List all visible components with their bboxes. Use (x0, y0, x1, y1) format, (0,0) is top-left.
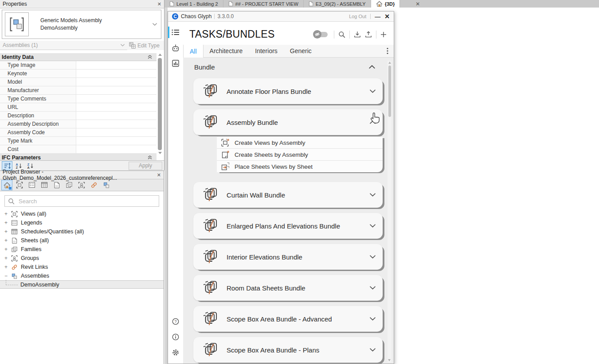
property-value[interactable] (76, 128, 157, 136)
tree-expander[interactable]: + (4, 255, 8, 261)
minimize-button[interactable]: — (375, 13, 380, 20)
property-value[interactable] (76, 145, 157, 153)
nav-reports-button[interactable] (168, 56, 183, 70)
glyph-titlebar[interactable]: C Chaos Glyph 3.3.0.0 Log Out — ✕ (168, 12, 394, 22)
browser-home-button[interactable] (1, 180, 12, 190)
tree-expander[interactable]: + (4, 264, 8, 270)
properties-scrollbar[interactable] (157, 54, 162, 160)
bundle-card-annotate-floor-plans[interactable]: Annotate Floor Plans Bundle (193, 78, 383, 104)
tree-item-sheets[interactable]: +Sheets (all) (0, 236, 164, 245)
nav-tasks-button[interactable] (168, 25, 183, 39)
property-value[interactable] (76, 120, 157, 128)
browser-legends-button[interactable] (26, 180, 37, 190)
bundle-card-enlarged-plans[interactable]: Enlarged Plans And Elevations Bundle (193, 213, 383, 239)
scroll-up-icon[interactable] (388, 62, 391, 64)
bundle-card-interior-elevations[interactable]: Interior Elevations Bundle (193, 244, 383, 270)
scroll-down-icon[interactable] (388, 359, 391, 361)
tab-generic[interactable]: Generic (284, 45, 318, 57)
tree-expander[interactable]: + (4, 237, 8, 244)
browser-families-button[interactable] (63, 180, 74, 190)
tree-item-revit-links[interactable]: +Revit Links (0, 263, 164, 271)
bundle-card-curtain-wall[interactable]: Curtain Wall Bundle (193, 182, 383, 208)
settings-button[interactable] (168, 345, 183, 360)
bundle-scrollbar[interactable] (388, 61, 392, 362)
tree-item-families[interactable]: +Families (0, 245, 164, 254)
close-icon[interactable]: ✕ (157, 173, 161, 178)
browser-groups-button[interactable] (76, 180, 87, 190)
view-tab-level1[interactable]: Level 1 - Building 2 (164, 0, 223, 8)
close-icon[interactable]: ✕ (157, 2, 161, 7)
view-tab-project-start[interactable]: ## - PROJECT START VIEW (223, 0, 304, 8)
info-button[interactable] (168, 330, 183, 344)
task-place-sheets-views-by-sheet[interactable]: Place Sheets Views by Sheet (217, 161, 383, 172)
tab-architecture[interactable]: Architecture (204, 45, 249, 57)
add-icon[interactable] (380, 31, 387, 38)
task-create-views-by-assembly[interactable]: Create Views by Assembly (217, 136, 383, 149)
browser-views-button[interactable] (14, 180, 25, 190)
identity-data-header[interactable]: Identity Data (0, 53, 157, 61)
collapse-section-icon[interactable] (148, 155, 152, 159)
view-tab-close-button[interactable]: ✕ (411, 0, 424, 8)
property-value[interactable] (76, 61, 157, 69)
scroll-down-icon[interactable] (158, 152, 162, 154)
edit-type-button[interactable]: Edit Type (127, 42, 160, 49)
property-value[interactable] (76, 103, 157, 111)
bundle-card-room-data-sheets[interactable]: Room Data Sheets Bundle (193, 275, 383, 301)
tree-expander[interactable]: + (4, 228, 8, 235)
browser-search-box[interactable] (4, 195, 159, 207)
chevron-down-icon[interactable] (370, 224, 376, 228)
help-button[interactable] (168, 314, 183, 329)
tree-expander[interactable]: + (4, 246, 8, 252)
browser-links-button[interactable] (88, 180, 99, 190)
tree-item-assemblies[interactable]: −Assemblies (0, 271, 164, 280)
chevron-down-icon[interactable] (370, 89, 376, 93)
tree-item-groups[interactable]: +Groups (0, 254, 164, 263)
tab-all[interactable]: All (183, 45, 204, 58)
bundle-card-scope-box-advanced[interactable]: Scope Box Area Bundle - Advanced (193, 306, 383, 332)
chevron-down-icon[interactable] (370, 255, 376, 259)
search-icon[interactable] (338, 31, 345, 38)
chevron-up-icon[interactable] (369, 65, 375, 69)
tab-interiors[interactable]: Interiors (249, 45, 284, 57)
property-value[interactable] (76, 78, 157, 86)
tree-expander[interactable]: + (4, 211, 8, 217)
close-button[interactable]: ✕ (384, 13, 390, 20)
property-value[interactable] (76, 86, 157, 94)
tree-expander[interactable]: − (4, 273, 8, 279)
tree-item-legends[interactable]: +Legends (0, 218, 164, 227)
scrollbar-thumb[interactable] (388, 66, 391, 117)
property-value[interactable] (76, 70, 157, 77)
upload-icon[interactable] (365, 31, 372, 38)
chevron-down-icon[interactable] (370, 348, 376, 352)
view-tab-assembly[interactable]: E3_09(2) - ASSEMBLY (304, 0, 371, 8)
browser-schedules-button[interactable] (39, 180, 50, 190)
logout-button[interactable]: Log Out (349, 14, 366, 19)
chevron-down-icon[interactable] (153, 23, 157, 26)
type-selector[interactable]: Generic Models Assembly DemoAssembly (2, 10, 161, 39)
scroll-up-icon[interactable] (158, 54, 162, 56)
tree-item-schedules[interactable]: +Schedules/Quantities (all) (0, 227, 164, 236)
browser-assemblies-button[interactable] (101, 180, 112, 190)
scrollbar-thumb[interactable] (158, 58, 162, 150)
search-input[interactable] (18, 197, 156, 205)
bundle-card-scope-box-plans[interactable]: Scope Box Area Bundle - Plans (193, 337, 383, 363)
view-tab-3d[interactable]: {3D} (371, 0, 400, 8)
element-filter-select[interactable]: Assemblies (1) (0, 41, 127, 50)
chevron-down-icon[interactable] (370, 317, 376, 321)
chevron-down-icon[interactable] (370, 286, 376, 290)
browser-sheets-button[interactable] (51, 180, 62, 190)
chevron-down-icon[interactable] (370, 193, 376, 197)
property-value[interactable] (76, 95, 157, 103)
property-value[interactable] (76, 112, 157, 120)
bundle-section-header[interactable]: Bundle (183, 61, 394, 73)
download-icon[interactable] (354, 31, 361, 38)
tree-expander[interactable]: + (4, 220, 8, 226)
tree-item-views[interactable]: +Views (all) (0, 209, 164, 218)
more-menu-icon[interactable] (387, 45, 388, 57)
bundle-card-assembly[interactable]: Assembly Bundle (193, 109, 383, 135)
property-value[interactable] (76, 137, 157, 145)
visibility-toggle[interactable] (314, 32, 328, 37)
nav-assistant-button[interactable] (168, 41, 183, 55)
collapse-section-icon[interactable] (148, 55, 152, 59)
task-create-sheets-by-assembly[interactable]: Create Sheets by Assembly (217, 149, 383, 161)
